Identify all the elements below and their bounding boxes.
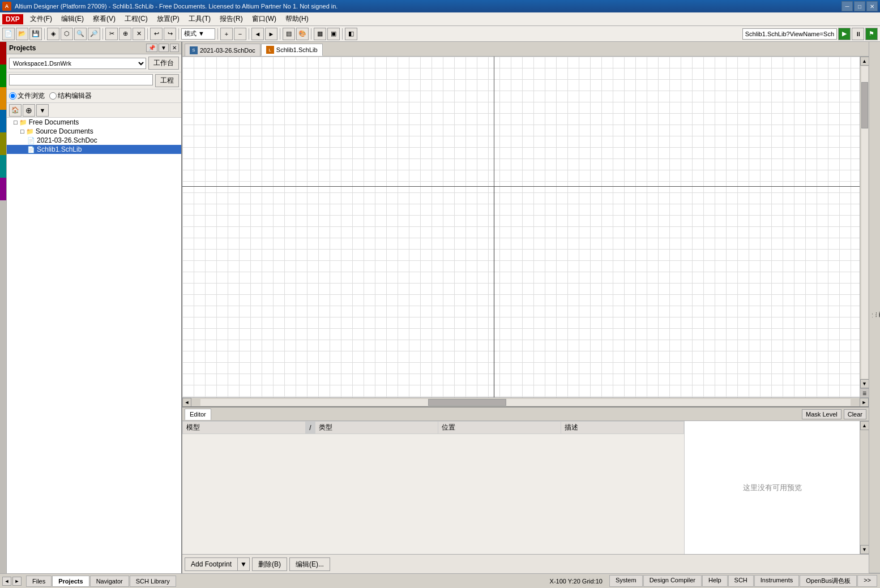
sidebar-pin-btn[interactable]: 📌	[146, 44, 157, 52]
view-name-dropdown[interactable]: Schlib1.SchLib?ViewName=Sch	[742, 28, 837, 40]
hscroll-left-btn[interactable]: ◄	[182, 398, 191, 407]
sidebar-menu-btn[interactable]: ▼	[159, 44, 169, 52]
dxp-menu[interactable]: DXP	[2, 14, 23, 24]
hscroll-right-btn[interactable]: ►	[860, 398, 869, 407]
tb-btn4[interactable]: 🔎	[88, 28, 100, 40]
tb-new-btn[interactable]: 📄	[2, 28, 15, 40]
free-docs-folder-icon: 📁	[19, 119, 27, 126]
tb-paste-btn[interactable]: ✕	[133, 28, 145, 40]
add-footprint-arrow[interactable]: ▼	[238, 557, 250, 571]
sb-arrow-btn[interactable]: ▼	[36, 104, 49, 117]
tb-go-green[interactable]: ▶	[838, 28, 851, 40]
tree-free-docs[interactable]: □ 📁 Free Documents	[7, 118, 181, 127]
editor-tab[interactable]: Editor	[185, 409, 211, 420]
bottom-table: 模型 / 类型 位置 描述	[182, 421, 684, 554]
workbench-button[interactable]: 工作台	[148, 57, 179, 70]
tb-view-btn[interactable]: ▣	[327, 28, 340, 40]
tb-copy-btn[interactable]: ⊕	[119, 28, 131, 40]
menu-edit[interactable]: 编辑(E)	[57, 13, 88, 25]
status-openbus-btn[interactable]: OpenBus调色板	[800, 575, 857, 587]
sidebar-header: Projects 📌 ▼ ✕	[7, 42, 181, 54]
right-tab-config[interactable]: 配	[877, 42, 880, 573]
status-tab-files[interactable]: Files	[26, 576, 52, 587]
edit-button[interactable]: 编辑(E)...	[289, 557, 330, 571]
left-color-2	[0, 65, 6, 87]
tb-plus-btn[interactable]: +	[220, 28, 233, 40]
canvas-area[interactable]	[182, 57, 860, 397]
status-tab-navigator[interactable]: Navigator	[90, 576, 129, 587]
sb-home-btn[interactable]: 🏠	[9, 104, 22, 117]
tb-grid-btn[interactable]: ▦	[314, 28, 326, 40]
tree-file-schdoc[interactable]: 📄 2021-03-26.SchDoc	[7, 136, 181, 145]
file-browse-radio[interactable]: 文件浏览	[9, 91, 45, 101]
tb-sep1	[44, 28, 45, 40]
hscroll-thumb[interactable]	[428, 399, 506, 406]
menu-help[interactable]: 帮助(H)	[281, 13, 313, 25]
project-search-input[interactable]	[9, 74, 153, 85]
vscroll-up-btn[interactable]: ▲	[860, 57, 869, 66]
status-help-btn[interactable]: Help	[702, 575, 728, 587]
close-button[interactable]: ✕	[866, 1, 878, 11]
clear-button[interactable]: Clear	[844, 409, 866, 419]
status-nav-right[interactable]: ►	[12, 577, 22, 586]
tree-source-docs[interactable]: □ 📁 Source Documents	[7, 127, 181, 136]
status-system-btn[interactable]: System	[609, 575, 643, 587]
tb-nav-right[interactable]: ►	[265, 28, 277, 40]
tb-btn2[interactable]: ⬡	[61, 28, 73, 40]
delete-button[interactable]: 删除(B)	[252, 557, 287, 571]
tree-file-schlib[interactable]: 📄 Schlib1.SchLib	[7, 145, 181, 154]
minimize-button[interactable]: ─	[841, 1, 853, 11]
tb-flag-btn[interactable]: ⚑	[865, 28, 878, 40]
panel-split-btn[interactable]: ≡	[860, 388, 869, 397]
mask-level-button[interactable]: Mask Level	[802, 409, 841, 419]
col-type: 类型	[315, 422, 438, 434]
status-instruments-btn[interactable]: Instruments	[754, 575, 799, 587]
vscroll-down-btn[interactable]: ▼	[860, 379, 869, 388]
status-tab-projects[interactable]: Projects	[52, 576, 89, 587]
status-design-compiler-btn[interactable]: Design Compiler	[643, 575, 702, 587]
tb-extra-btn[interactable]: ◧	[345, 28, 357, 40]
tb-btn3[interactable]: 🔍	[74, 28, 87, 40]
tb-redo-btn[interactable]: ↪	[164, 28, 176, 40]
status-nav-left[interactable]: ◄	[2, 577, 11, 586]
tb-cut-btn[interactable]: ✂	[105, 28, 118, 40]
menu-file[interactable]: 文件(F)	[25, 13, 57, 25]
tb-palette-btn[interactable]: 🎨	[296, 28, 309, 40]
menu-report[interactable]: 报告(R)	[215, 13, 247, 25]
btm-vscroll-up[interactable]: ▲	[860, 421, 869, 430]
menu-window[interactable]: 窗口(W)	[247, 13, 281, 25]
tb-nav-left[interactable]: ◄	[251, 28, 264, 40]
sidebar-toolbar: 🏠 ⊕ ▼	[7, 103, 181, 118]
struct-editor-radio[interactable]: 结构编辑器	[49, 91, 92, 101]
btm-vscroll-down[interactable]: ▼	[860, 545, 869, 554]
status-sch-btn[interactable]: SCH	[728, 575, 754, 587]
tb-pause-btn[interactable]: ⏸	[852, 28, 864, 40]
workspace-dropdown[interactable]: Workspace1.DsnWrk	[9, 58, 146, 69]
project-button[interactable]: 工程	[155, 74, 179, 87]
status-tab-schlibrary[interactable]: SCH Library	[130, 576, 176, 587]
menu-tools[interactable]: 工具(T)	[184, 13, 215, 25]
tb-open-btn[interactable]: 📂	[16, 28, 28, 40]
tb-minus-btn[interactable]: −	[234, 28, 246, 40]
tb-btn1[interactable]: ◈	[47, 28, 59, 40]
maximize-button[interactable]: □	[854, 1, 865, 11]
status-more-btn[interactable]: >>	[857, 575, 877, 587]
tab-schlib[interactable]: L Schlib1.SchLib	[261, 44, 323, 56]
struct-editor-radio-input[interactable]	[49, 92, 57, 100]
menu-place[interactable]: 放置(P)	[152, 13, 184, 25]
tb-save-btn[interactable]: 💾	[29, 28, 42, 40]
bottom-action-bar: Add Footprint ▼ 删除(B) 编辑(E)...	[182, 554, 869, 573]
canvas-wrapper: ▲ ▼ ≡	[182, 57, 869, 397]
add-footprint-button[interactable]: Add Footprint	[185, 557, 238, 571]
tb-undo-btn[interactable]: ↩	[150, 28, 163, 40]
tb-layer-btn[interactable]: ▤	[283, 28, 295, 40]
tab-schdoc[interactable]: S 2021-03-26.SchDoc	[185, 44, 260, 56]
left-color-7	[0, 178, 6, 200]
sidebar-close-btn[interactable]: ✕	[170, 44, 179, 52]
menu-project[interactable]: 工程(C)	[120, 13, 152, 25]
menu-view[interactable]: 察看(V)	[88, 13, 120, 25]
file-browse-radio-input[interactable]	[9, 92, 16, 100]
vscroll-thumb[interactable]	[861, 82, 868, 129]
mode-dropdown[interactable]: 模式 ▼	[181, 28, 215, 40]
sb-add-btn[interactable]: ⊕	[23, 104, 35, 117]
